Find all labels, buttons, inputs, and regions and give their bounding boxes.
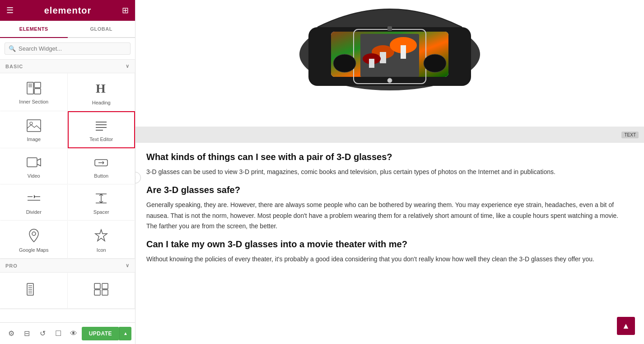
svg-text:H: H: [96, 81, 106, 95]
tab-global[interactable]: GLOBAL: [68, 21, 135, 38]
scroll-to-top-button[interactable]: ▲: [617, 317, 635, 335]
svg-rect-40: [102, 290, 108, 295]
widget-spacer-label: Spacer: [93, 209, 109, 215]
widget-video[interactable]: Video: [0, 148, 68, 184]
video-icon: [27, 156, 41, 170]
basic-chevron-icon: ∨: [126, 63, 130, 69]
content-toolbar: TEXT: [135, 127, 644, 143]
answer-1-paragraph: 3-D glasses can be used to view 3-D prin…: [146, 167, 621, 178]
top-bar: ☰ elementor ⊞: [0, 0, 135, 21]
toolbar-widget-label: TEXT: [621, 132, 639, 138]
answer-3-paragraph: Without knowing the policies of every th…: [146, 254, 621, 265]
question-3-heading: Can I take my own 3-D glasses into a mov…: [146, 239, 621, 250]
panel-tabs: ELEMENTS GLOBAL: [0, 21, 135, 38]
layers-button[interactable]: ⊟: [19, 325, 35, 342]
pro-chevron-icon: ∨: [126, 263, 130, 269]
basic-section-header[interactable]: BASIC ∨: [0, 60, 135, 73]
svg-point-53: [387, 78, 392, 83]
svg-rect-37: [94, 283, 100, 289]
inner-section-icon: [27, 82, 41, 96]
vr-image-area: [135, 0, 644, 127]
pro-section-label: PRO: [5, 263, 18, 269]
panel-content: 🔍 BASIC ∨: [0, 38, 135, 322]
search-icon: 🔍: [9, 45, 16, 52]
grid-icon[interactable]: ⊞: [122, 5, 129, 15]
pro-grid-icon: [94, 283, 108, 297]
widget-google-maps[interactable]: Google Maps: [0, 221, 68, 259]
content-area: What kinds of things can I see with a pa…: [135, 143, 632, 281]
left-panel: ☰ elementor ⊞ ELEMENTS GLOBAL 🔍 BASIC ∨: [0, 0, 135, 344]
widget-button[interactable]: Button: [68, 148, 135, 184]
pro-list-icon: [27, 283, 41, 297]
widget-inner-section-label: Inner Section: [19, 99, 48, 104]
widget-video-label: Video: [28, 173, 40, 179]
pro-section-header[interactable]: PRO ∨: [0, 259, 135, 273]
answer-2-paragraph: Generally speaking, they are. However, t…: [146, 200, 621, 232]
svg-rect-50: [401, 45, 406, 59]
update-dropdown-button[interactable]: ▲: [119, 327, 131, 340]
svg-rect-56: [387, 26, 392, 31]
svg-rect-38: [102, 283, 108, 289]
pro-widget-2[interactable]: [68, 273, 135, 309]
comments-icon: ☐: [55, 329, 61, 338]
svg-marker-30: [95, 230, 107, 241]
svg-rect-39: [94, 290, 100, 295]
widgets-grid: Inner Section H Heading: [0, 73, 135, 259]
widget-icon-label: Icon: [97, 247, 106, 253]
widget-heading-label: Heading: [92, 100, 111, 105]
widget-image-label: Image: [27, 137, 41, 142]
pro-widget-1[interactable]: [0, 273, 68, 309]
widget-image[interactable]: Image: [0, 111, 68, 148]
button-icon: [94, 156, 108, 170]
svg-point-55: [424, 54, 446, 72]
svg-rect-2: [34, 89, 41, 94]
heading-icon: H: [94, 81, 108, 97]
widget-divider-label: Divider: [26, 209, 42, 215]
svg-point-29: [32, 232, 36, 236]
tab-elements[interactable]: ELEMENTS: [0, 21, 68, 38]
widget-heading[interactable]: H Heading: [68, 73, 135, 111]
bottom-toolbar: ⚙ ⊟ ↺ ☐ 👁 UPDATE ▲: [0, 322, 135, 344]
widget-divider[interactable]: Divider: [0, 184, 68, 221]
history-button[interactable]: ↺: [35, 325, 51, 342]
preview-icon: 👁: [70, 330, 77, 338]
update-btn-group: UPDATE ▲: [82, 327, 131, 340]
settings-button[interactable]: ⚙: [4, 325, 19, 342]
update-button[interactable]: UPDATE: [82, 327, 119, 340]
svg-point-54: [333, 54, 356, 72]
text-editor-icon: [94, 119, 108, 134]
widget-google-maps-label: Google Maps: [19, 247, 48, 253]
pro-widgets-grid: [0, 273, 135, 309]
svg-rect-48: [380, 52, 386, 63]
comments-button[interactable]: ☐: [51, 325, 66, 342]
svg-rect-52: [369, 59, 374, 68]
google-maps-icon: [28, 228, 40, 245]
search-input[interactable]: [19, 45, 126, 52]
question-2-heading: Are 3-D glasses safe?: [146, 185, 621, 195]
widget-icon[interactable]: Icon: [68, 221, 135, 259]
hamburger-icon[interactable]: ☰: [6, 5, 14, 15]
spacer-icon: [94, 192, 108, 207]
question-1-heading: What kinds of things can I see with a pa…: [146, 152, 621, 162]
search-input-wrapper: 🔍: [5, 42, 131, 55]
widget-text-editor-label: Text Editor: [89, 137, 113, 142]
right-panel: ‹: [135, 0, 644, 344]
svg-rect-13: [27, 158, 37, 167]
icon-icon: [94, 228, 108, 245]
svg-rect-7: [27, 120, 41, 132]
elementor-logo: elementor: [44, 5, 92, 16]
history-icon: ↺: [40, 329, 46, 338]
search-area: 🔍: [0, 38, 135, 60]
image-icon: [27, 119, 41, 134]
svg-rect-1: [34, 82, 41, 88]
widget-inner-section[interactable]: Inner Section: [0, 73, 68, 111]
widget-spacer[interactable]: Spacer: [68, 184, 135, 221]
settings-icon: ⚙: [8, 329, 14, 338]
vr-headset-image: [135, 0, 644, 118]
preview-button[interactable]: 👁: [66, 325, 82, 342]
divider-icon: [27, 192, 41, 207]
svg-marker-19: [34, 195, 36, 198]
widget-text-editor[interactable]: Text Editor: [68, 111, 135, 148]
widget-button-label: Button: [94, 173, 108, 179]
basic-section-label: BASIC: [5, 64, 23, 69]
